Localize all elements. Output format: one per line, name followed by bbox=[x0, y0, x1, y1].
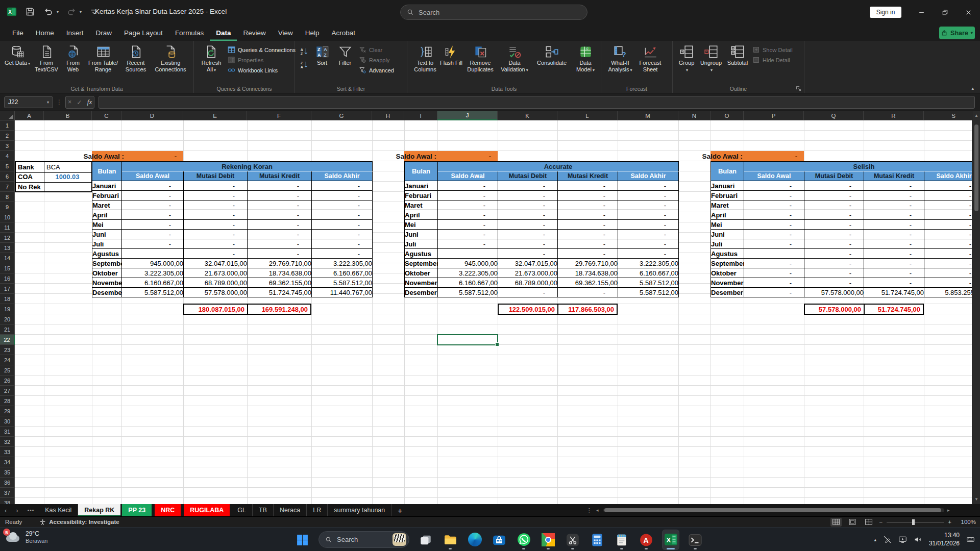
calculator-button[interactable] bbox=[589, 530, 605, 549]
close-button[interactable] bbox=[957, 0, 980, 24]
value-cell[interactable]: 57.578.000,00 bbox=[184, 288, 248, 297]
value-cell[interactable]: - bbox=[122, 230, 184, 239]
text-to-columns-button[interactable]: Text to Columns bbox=[410, 43, 440, 73]
row-header-17[interactable]: 17 bbox=[0, 284, 15, 294]
group-button[interactable]: Group▾ bbox=[676, 43, 697, 73]
sheet-tab-tb[interactable]: TB bbox=[253, 504, 274, 516]
month-cell[interactable]: Februari bbox=[92, 191, 122, 201]
info-value[interactable]: BCA bbox=[46, 162, 90, 172]
zoom-slider[interactable]: − + bbox=[879, 519, 951, 525]
dialog-launcher-icon[interactable] bbox=[795, 85, 802, 91]
row-header-33[interactable]: 33 bbox=[0, 447, 15, 457]
search-highlight-image[interactable] bbox=[393, 533, 406, 546]
sheet-nav-left-icon[interactable]: ‹ bbox=[0, 504, 11, 516]
value-cell[interactable]: - bbox=[558, 288, 618, 297]
value-cell[interactable]: - bbox=[438, 220, 498, 230]
value-cell[interactable]: - bbox=[804, 220, 864, 230]
taskbar-search[interactable]: Search bbox=[318, 531, 409, 548]
value-cell[interactable]: - bbox=[248, 239, 312, 249]
from-table-range-button[interactable]: From Table/ Range bbox=[85, 43, 121, 73]
value-cell[interactable]: - bbox=[184, 201, 248, 210]
info-value[interactable] bbox=[46, 182, 90, 192]
notepad-button[interactable] bbox=[614, 530, 630, 549]
value-cell[interactable]: - bbox=[438, 230, 498, 239]
scroll-down-icon[interactable]: ▼ bbox=[972, 497, 980, 502]
value-cell[interactable]: - bbox=[122, 191, 184, 201]
value-cell[interactable]: - bbox=[618, 201, 679, 210]
value-cell[interactable]: - bbox=[184, 230, 248, 239]
sheet-tab-neraca[interactable]: Neraca bbox=[274, 504, 307, 516]
forecast-sheet-button[interactable]: Forecast Sheet bbox=[636, 43, 665, 73]
worksheet-grid[interactable]: ABCDEFGHIJKLMNOPQRS123456789101112131415… bbox=[0, 111, 980, 504]
row-header-8[interactable]: 8 bbox=[0, 192, 15, 202]
hscroll-left-icon[interactable]: ◂ bbox=[596, 508, 599, 513]
value-cell[interactable]: - bbox=[804, 239, 864, 249]
value-cell[interactable]: - bbox=[498, 201, 558, 210]
month-cell[interactable]: Maret bbox=[711, 201, 744, 210]
month-cell[interactable]: Desember bbox=[405, 288, 438, 297]
consolidate-button[interactable]: Consolidate bbox=[531, 43, 573, 66]
insert-function-icon[interactable]: fx bbox=[87, 98, 92, 106]
value-cell[interactable]: - bbox=[864, 268, 924, 278]
value-cell[interactable]: - bbox=[864, 278, 924, 288]
value-cell[interactable]: - bbox=[804, 268, 864, 278]
from-text-csv-button[interactable]: From Text/CSV bbox=[32, 43, 61, 73]
refresh-all-button[interactable]: Refresh All▾ bbox=[197, 43, 226, 73]
column-header-Q[interactable]: Q bbox=[804, 111, 864, 120]
sheet-tab-gl[interactable]: GL bbox=[231, 504, 253, 516]
value-cell[interactable]: - bbox=[184, 191, 248, 201]
row-header-16[interactable]: 16 bbox=[0, 273, 15, 284]
touch-keyboard-icon[interactable] bbox=[966, 535, 975, 544]
column-header-N[interactable]: N bbox=[678, 111, 710, 120]
value-cell[interactable]: - bbox=[438, 181, 498, 191]
value-cell[interactable]: - bbox=[804, 201, 864, 210]
value-cell[interactable]: 18.734.638,00 bbox=[248, 268, 312, 278]
row-header-24[interactable]: 24 bbox=[0, 355, 15, 365]
value-cell[interactable]: 6.160.667,00 bbox=[438, 278, 498, 288]
menu-tab-view[interactable]: View bbox=[272, 24, 299, 41]
value-cell[interactable]: - bbox=[804, 181, 864, 191]
sheet-tab-nrc[interactable]: NRC bbox=[155, 504, 181, 516]
value-cell[interactable]: - bbox=[744, 191, 804, 201]
value-cell[interactable]: - bbox=[438, 191, 498, 201]
data-validation-button[interactable]: Data Validation▾ bbox=[498, 43, 531, 73]
value-cell[interactable]: - bbox=[558, 181, 618, 191]
add-sheet-button[interactable]: + bbox=[391, 504, 408, 516]
sign-in-button[interactable]: Sign in bbox=[870, 7, 901, 18]
value-cell[interactable]: - bbox=[498, 181, 558, 191]
sheet-tab-kas-kecil[interactable]: Kas Kecil bbox=[39, 504, 78, 516]
speaker-icon[interactable] bbox=[914, 535, 922, 544]
value-cell[interactable]: 5.587.512,00 bbox=[618, 288, 679, 297]
row-header-18[interactable]: 18 bbox=[0, 294, 15, 304]
value-cell[interactable]: - bbox=[618, 210, 679, 220]
remove-duplicates-button[interactable]: Remove Duplicates bbox=[462, 43, 498, 73]
month-cell[interactable]: Desember bbox=[711, 288, 744, 297]
value-cell[interactable]: - bbox=[804, 210, 864, 220]
row-header-12[interactable]: 12 bbox=[0, 233, 15, 243]
workbook-links-button[interactable]: Workbook Links bbox=[228, 66, 296, 74]
row-header-10[interactable]: 10 bbox=[0, 212, 15, 222]
value-cell[interactable]: 3.222.305,00 bbox=[618, 259, 679, 268]
value-cell[interactable]: 3.222.305,00 bbox=[122, 268, 184, 278]
menu-tab-draw[interactable]: Draw bbox=[90, 24, 118, 41]
month-cell[interactable]: Juli bbox=[92, 239, 122, 249]
column-header-E[interactable]: E bbox=[183, 111, 247, 120]
value-cell[interactable]: 6.160.667,00 bbox=[312, 268, 373, 278]
value-cell[interactable]: - bbox=[744, 230, 804, 239]
value-cell[interactable]: - bbox=[618, 239, 679, 249]
value-cell[interactable]: - bbox=[498, 191, 558, 201]
start-button[interactable] bbox=[294, 530, 310, 549]
data-model-button[interactable]: iJ Data Model▾ bbox=[573, 43, 598, 73]
acrobat-button[interactable]: A bbox=[638, 530, 654, 549]
ungroup-button[interactable]: Ungroup▾ bbox=[697, 43, 725, 73]
value-cell[interactable]: 32.047.015,00 bbox=[498, 259, 558, 268]
value-cell[interactable]: - bbox=[248, 201, 312, 210]
value-cell[interactable]: - bbox=[184, 181, 248, 191]
value-cell[interactable]: 5.587.512,00 bbox=[122, 288, 184, 297]
row-header-20[interactable]: 20 bbox=[0, 314, 15, 324]
value-cell[interactable]: 69.362.155,00 bbox=[248, 278, 312, 288]
value-cell[interactable]: - bbox=[498, 288, 558, 297]
hscroll-right-icon[interactable]: ▸ bbox=[947, 508, 950, 513]
value-cell[interactable]: - bbox=[312, 210, 373, 220]
value-cell[interactable]: - bbox=[248, 210, 312, 220]
